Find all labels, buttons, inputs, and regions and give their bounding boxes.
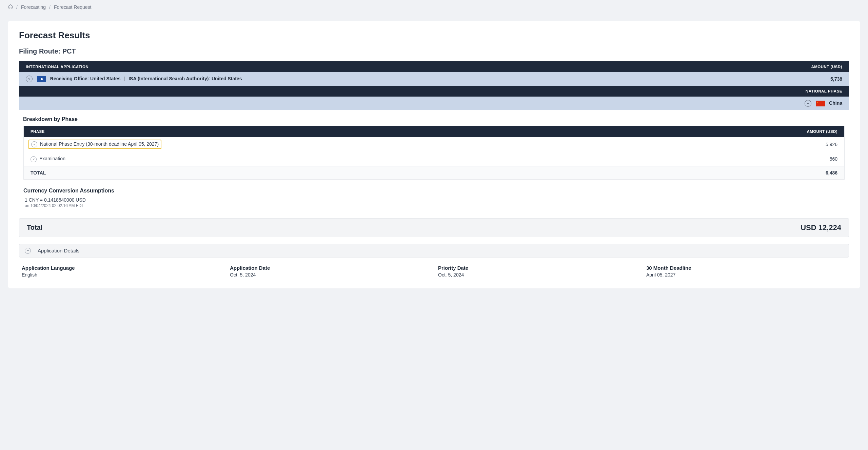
breadcrumb: / Forecasting / Forecast Request: [0, 0, 868, 14]
page-title: Forecast Results: [19, 30, 849, 41]
breakdown-header-row: PHASE AMOUNT (USD): [24, 126, 845, 137]
breakdown-col-phase: PHASE: [24, 126, 650, 137]
breakdown-total-row: TOTAL 6,486: [24, 166, 845, 179]
breadcrumb-separator: /: [49, 4, 51, 10]
breakdown-total-amount: 6,486: [650, 166, 845, 179]
currency-section: Currency Conversion Assumptions 1 CNY = …: [23, 188, 849, 208]
expand-china-button[interactable]: [805, 100, 811, 107]
intl-header-label: INTERNATIONAL APPLICATION: [19, 61, 714, 72]
detail-30-month-deadline: 30 Month Deadline April 05, 2027: [646, 265, 846, 278]
detail-value: English: [22, 272, 222, 278]
filing-route-subtitle: Filing Route: PCT: [19, 47, 849, 55]
total-bar: Total USD 12,224: [19, 218, 849, 237]
total-value: USD 12,224: [801, 223, 841, 232]
receiving-office-label: Receiving Office: United States: [50, 76, 121, 81]
phase-entry-label: National Phase Entry (30-month deadline …: [40, 141, 159, 147]
highlighted-phase-entry: National Phase Entry (30-month deadline …: [28, 140, 161, 149]
breakdown-col-amount: AMOUNT (USD): [650, 126, 845, 137]
breadcrumb-home[interactable]: [8, 4, 13, 10]
home-icon: [8, 4, 13, 9]
app-details-title: Application Details: [38, 248, 79, 253]
expand-examination-button[interactable]: [31, 156, 37, 162]
content-card: Forecast Results Filing Route: PCT INTER…: [8, 21, 860, 288]
examination-label: Examination: [39, 156, 65, 161]
intl-amount-value: 5,738: [714, 72, 849, 86]
application-details-grid: Application Language English Application…: [19, 265, 849, 278]
national-phase-header-row: NATIONAL PHASE: [19, 86, 849, 97]
breadcrumb-forecasting[interactable]: Forecasting: [21, 4, 46, 10]
currency-title: Currency Conversion Assumptions: [23, 188, 849, 194]
detail-value: Oct. 5, 2024: [230, 272, 430, 278]
breakdown-row-examination: Examination 560: [24, 152, 845, 166]
intl-header-amount: AMOUNT (USD): [714, 61, 849, 72]
svg-point-1: [41, 78, 43, 80]
currency-line: 1 CNY = 0.1418540000 USD: [25, 197, 849, 203]
breakdown-row-national-phase-entry: National Phase Entry (30-month deadline …: [24, 137, 845, 152]
expand-app-details-button[interactable]: [25, 248, 31, 254]
international-application-table: INTERNATIONAL APPLICATION AMOUNT (USD) R…: [19, 61, 849, 110]
examination-amount: 560: [650, 152, 845, 166]
application-details-bar: Application Details: [19, 244, 849, 258]
china-flag-icon: [816, 101, 825, 106]
detail-value: April 05, 2027: [646, 272, 846, 278]
detail-application-date: Application Date Oct. 5, 2024: [230, 265, 430, 278]
divider: |: [124, 76, 125, 81]
breadcrumb-current: Forecast Request: [54, 4, 92, 10]
svg-rect-2: [816, 101, 825, 106]
intl-header-row: INTERNATIONAL APPLICATION AMOUNT (USD): [19, 61, 849, 72]
breadcrumb-separator: /: [16, 4, 18, 10]
detail-label: Application Language: [22, 265, 222, 271]
intl-receiving-office-row: Receiving Office: United States | ISA (I…: [19, 72, 849, 86]
national-phase-china-row: China: [19, 97, 849, 110]
detail-value: Oct. 5, 2024: [438, 272, 638, 278]
national-phase-header-label: NATIONAL PHASE: [19, 86, 849, 97]
expand-intl-button[interactable]: [26, 76, 33, 82]
detail-label: Application Date: [230, 265, 430, 271]
expand-phase-entry-button[interactable]: [31, 141, 37, 147]
detail-priority-date: Priority Date Oct. 5, 2024: [438, 265, 638, 278]
breakdown-total-label: TOTAL: [24, 166, 650, 179]
phase-entry-amount: 5,926: [650, 137, 845, 152]
detail-application-language: Application Language English: [22, 265, 222, 278]
detail-label: 30 Month Deadline: [646, 265, 846, 271]
currency-date: on 10/04/2024 02:02:16 AM EDT: [25, 203, 849, 208]
breakdown-title: Breakdown by Phase: [23, 116, 849, 122]
breakdown-table: PHASE AMOUNT (USD) National Phase Entry …: [23, 126, 845, 180]
isa-label: ISA (International Search Authority): Un…: [129, 76, 242, 81]
wipo-flag-icon: [37, 76, 46, 82]
country-label: China: [829, 100, 842, 106]
detail-label: Priority Date: [438, 265, 638, 271]
total-label: Total: [27, 224, 42, 231]
